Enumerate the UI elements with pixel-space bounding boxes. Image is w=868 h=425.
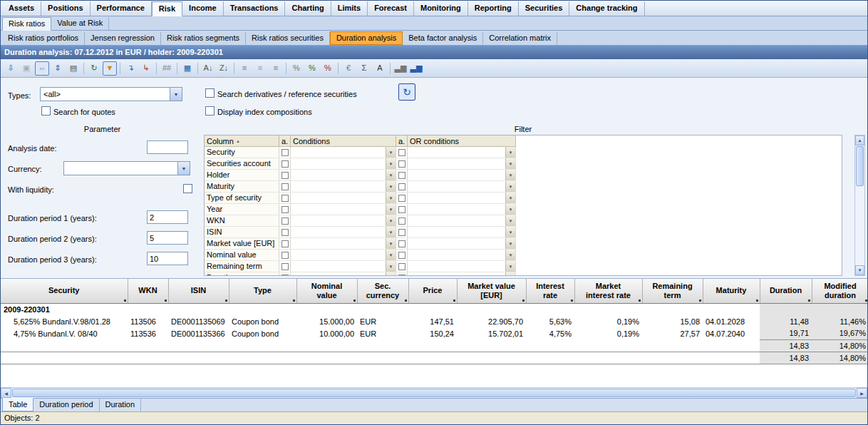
filter-condition-select[interactable]: ▼ (291, 181, 396, 192)
percent-add-icon[interactable]: % (305, 61, 319, 76)
chevron-down-icon[interactable]: ▼ (177, 162, 190, 175)
chart-icon[interactable]: ▃▆ (393, 61, 408, 76)
column-header-nominal-value[interactable]: Nominal value (296, 279, 357, 303)
column-header-remaining-term[interactable]: Remaining term (642, 279, 703, 303)
column-header-sec-currency[interactable]: Sec. currency (357, 279, 408, 303)
risk-tab-duration-analysis[interactable]: Duration analysis (330, 31, 403, 45)
sum-icon[interactable]: Σ (357, 61, 371, 76)
types-select[interactable]: <all> ▼ (40, 87, 182, 101)
menu-tab-transactions[interactable]: Transactions (224, 1, 286, 16)
table-row-data[interactable]: 5,625% Bundanl.V.98/01.28113506DE0001135… (1, 315, 867, 327)
filter-funnel-icon[interactable]: ▼ (103, 61, 117, 76)
filter-or-condition-select[interactable]: ▼ (408, 227, 516, 237)
currency-icon[interactable]: € (341, 61, 356, 76)
export-icon[interactable]: ⇩ (4, 61, 18, 76)
horizontal-scrollbar[interactable]: ◀ ▶ (1, 387, 867, 398)
filter-and-checkbox[interactable] (279, 227, 291, 237)
scrollbar-thumb[interactable] (856, 146, 864, 186)
filter-or-condition-select[interactable]: ▼ (408, 147, 516, 158)
filter-vertical-scrollbar[interactable]: ▲ ▼ (854, 135, 865, 276)
filter-or-condition-select[interactable]: ▼ (408, 204, 516, 215)
sort-asc-icon[interactable]: A↓ (201, 61, 215, 76)
duration-period-3-input[interactable] (147, 252, 188, 265)
filter-or-condition-select[interactable]: ▼ (408, 272, 516, 276)
analysis-date-input[interactable] (147, 140, 188, 154)
filter-condition-select[interactable]: ▼ (291, 261, 396, 272)
column-header-maturity[interactable]: Maturity (703, 279, 760, 303)
scroll-up-icon[interactable]: ▲ (855, 135, 864, 145)
filter-or-condition-select[interactable]: ▼ (408, 181, 516, 192)
filter-or-checkbox[interactable] (396, 250, 408, 260)
filter-condition-select[interactable]: ▼ (291, 227, 396, 237)
column-header-market-value-eur[interactable]: Market value [EUR] (457, 279, 526, 303)
bottom-tab-table[interactable]: Table (2, 398, 33, 411)
fit-rows-icon[interactable]: ⇕ (51, 61, 65, 76)
sub-tab-value-at-risk[interactable]: Value at Risk (51, 17, 109, 30)
filter-condition-select[interactable]: ▼ (291, 204, 396, 215)
filter-and-checkbox[interactable] (279, 250, 291, 260)
filter-or-checkbox[interactable] (396, 181, 408, 192)
filter-and-checkbox[interactable] (279, 215, 291, 226)
chart-color-icon[interactable]: ▃▆ (409, 61, 423, 76)
duration-period-2-input[interactable] (147, 231, 188, 245)
bottom-tab-duration-period[interactable]: Duration period (33, 399, 99, 411)
align-center-icon[interactable]: ≡ (253, 61, 267, 76)
filter-condition-select[interactable]: ▼ (291, 170, 396, 180)
column-header-price[interactable]: Price (408, 279, 457, 303)
filter-condition-select[interactable]: ▼ (291, 250, 396, 260)
font-icon[interactable]: A (373, 61, 387, 76)
menu-tab-forecast[interactable]: Forecast (368, 1, 414, 16)
scrollbar-thumb[interactable] (12, 389, 856, 397)
column-header-interest-rate[interactable]: Interest rate (526, 279, 574, 303)
recalculate-button[interactable]: ↻ (398, 83, 415, 101)
drill-down-icon[interactable]: ↴ (123, 61, 138, 76)
menu-tab-positions[interactable]: Positions (41, 1, 91, 16)
filter-condition-select[interactable]: ▼ (291, 215, 396, 226)
column-header-security[interactable]: Security (1, 279, 128, 303)
align-left-icon[interactable]: ≡ (237, 61, 252, 76)
menu-tab-limits[interactable]: Limits (331, 1, 368, 16)
chevron-down-icon[interactable]: ▼ (170, 88, 182, 101)
filter-and-checkbox[interactable] (279, 170, 291, 180)
filter-condition-select[interactable]: ▼ (291, 238, 396, 249)
filter-or-condition-select[interactable]: ▼ (408, 261, 516, 272)
menu-tab-performance[interactable]: Performance (91, 1, 152, 16)
drill-up-icon[interactable]: ↳ (139, 61, 153, 76)
menu-tab-income[interactable]: Income (182, 1, 224, 16)
column-header-wkn[interactable]: WKN (128, 279, 168, 303)
menu-tab-assets[interactable]: Assets (2, 1, 41, 16)
bottom-tab-duration[interactable]: Duration (100, 399, 142, 411)
align-right-icon[interactable]: ≡ (269, 61, 283, 76)
filter-and-checkbox[interactable] (279, 272, 291, 276)
sub-tab-risk-ratios[interactable]: Risk ratios (2, 17, 51, 31)
table-row-group[interactable]: 2009-220301 (1, 303, 867, 315)
filter-or-checkbox[interactable] (396, 272, 408, 276)
filter-and-checkbox[interactable] (279, 158, 291, 169)
count-icon[interactable]: ## (160, 61, 174, 76)
risk-tab-beta-factor-analysis[interactable]: Beta factor analysis (403, 32, 483, 45)
menu-tab-reporting[interactable]: Reporting (468, 1, 519, 16)
filter-condition-select[interactable]: ▼ (291, 158, 396, 169)
column-header-isin[interactable]: ISIN (168, 279, 229, 303)
menu-tab-risk[interactable]: Risk (152, 1, 182, 16)
filter-or-condition-select[interactable]: ▼ (408, 250, 516, 260)
risk-tab-correlation-matrix[interactable]: Correlation matrix (483, 32, 557, 45)
filter-or-checkbox[interactable] (396, 170, 408, 180)
filter-and-checkbox[interactable] (279, 181, 291, 192)
filter-and-checkbox[interactable] (279, 261, 291, 272)
currency-select[interactable]: ▼ (63, 161, 190, 175)
scroll-right-icon[interactable]: ▶ (857, 388, 867, 398)
filter-or-checkbox[interactable] (396, 193, 408, 203)
scroll-down-icon[interactable]: ▼ (855, 265, 864, 275)
filter-condition-select[interactable]: ▼ (291, 193, 396, 203)
filter-and-checkbox[interactable] (279, 238, 291, 249)
filter-or-checkbox[interactable] (396, 158, 408, 169)
filter-or-checkbox[interactable] (396, 238, 408, 249)
filter-and-checkbox[interactable] (279, 193, 291, 203)
fit-columns-icon[interactable]: ⇔ (35, 61, 49, 76)
filter-or-checkbox[interactable] (396, 261, 408, 272)
filter-or-condition-select[interactable]: ▼ (408, 193, 516, 203)
refresh-icon[interactable]: ↻ (87, 61, 101, 76)
column-header-market-interest-rate[interactable]: Market interest rate (574, 279, 642, 303)
search-derivatives-checkbox[interactable] (205, 88, 215, 98)
